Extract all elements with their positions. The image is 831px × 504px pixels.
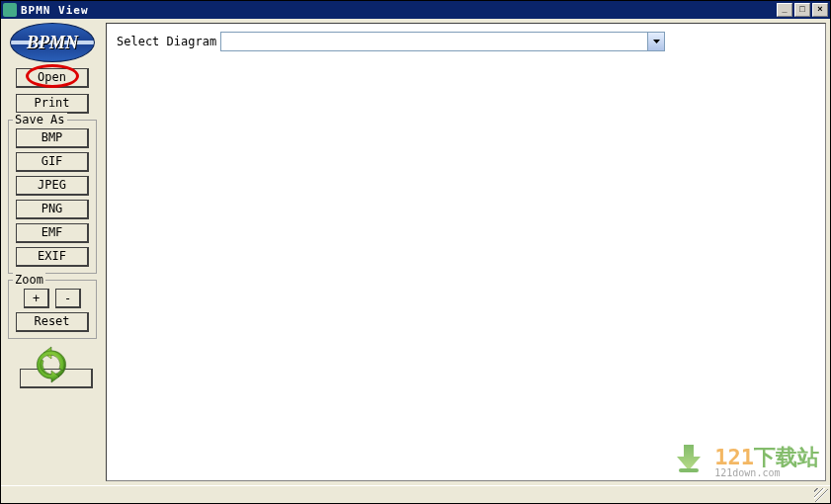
watermark: 121下载站 121down.com	[667, 435, 819, 478]
save-png-button[interactable]: PNG	[16, 200, 89, 219]
chevron-down-icon	[647, 33, 664, 50]
save-bmp-button[interactable]: BMP	[16, 128, 89, 148]
watermark-main: 下载站	[754, 445, 819, 469]
save-exif-button[interactable]: EXIF	[16, 247, 89, 267]
save-jpeg-button[interactable]: JPEG	[16, 176, 89, 196]
select-diagram-dropdown[interactable]	[220, 32, 665, 51]
content-area: BPMN Open Print Save As BMP GIF JPEG PNG…	[1, 19, 830, 485]
close-button[interactable]: ×	[812, 3, 828, 17]
zoom-out-button[interactable]: -	[55, 289, 81, 308]
resize-grip-icon[interactable]	[814, 488, 828, 502]
main-panel: Select Diagram	[106, 23, 826, 481]
sidebar: BPMN Open Print Save As BMP GIF JPEG PNG…	[5, 23, 100, 481]
save-gif-button[interactable]: GIF	[16, 152, 89, 172]
zoom-reset-button[interactable]: Reset	[16, 312, 89, 332]
zoom-legend: Zoom	[13, 273, 45, 287]
refresh-icon	[32, 345, 71, 384]
zoom-group: Zoom + - Reset	[8, 280, 97, 339]
refresh-area	[8, 345, 97, 390]
maximize-button[interactable]: □	[794, 3, 810, 17]
saveas-legend: Save As	[13, 113, 67, 126]
titlebar: BPMN View _ □ ×	[1, 1, 830, 19]
statusbar	[1, 485, 830, 503]
svg-rect-0	[679, 468, 699, 472]
select-diagram-label: Select Diagram	[117, 35, 216, 48]
watermark-num: 121	[714, 445, 754, 469]
save-emf-button[interactable]: EMF	[16, 223, 89, 243]
window-title: BPMN View	[21, 4, 777, 17]
window-controls: _ □ ×	[777, 3, 828, 17]
bpmn-logo: BPMN	[10, 23, 95, 62]
logo-text: BPMN	[27, 33, 78, 53]
select-diagram-row: Select Diagram	[117, 32, 815, 51]
print-button[interactable]: Print	[16, 94, 89, 114]
app-icon	[3, 3, 17, 17]
open-button[interactable]: Open	[16, 68, 89, 88]
watermark-arrow-icon	[667, 435, 710, 478]
watermark-sub: 121down.com	[714, 468, 819, 478]
zoom-in-button[interactable]: +	[24, 289, 49, 308]
saveas-group: Save As BMP GIF JPEG PNG EMF EXIF	[8, 120, 97, 274]
minimize-button[interactable]: _	[777, 3, 792, 17]
